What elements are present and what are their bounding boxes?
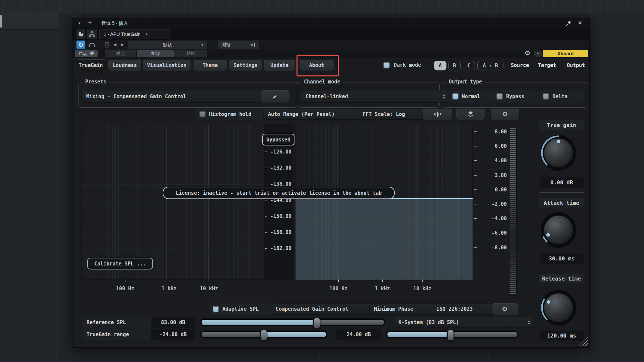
true-gain-knob[interactable] [539,134,578,172]
next-preset-icon[interactable]: ▶ [121,42,124,47]
histogram-hold-toggle[interactable]: Histogram hold [195,109,267,120]
tick-label: -6.00 [479,230,507,236]
spl-settings-button[interactable]: ⚙ [492,303,518,315]
gain-mode-value: Compensated Gain Control [276,306,348,312]
right-gain-panel[interactable] [296,124,473,280]
output-normal-toggle[interactable]: Normal [448,90,494,103]
wet-dry-pie-button[interactable] [76,29,85,39]
plugin-slot-selector[interactable]: 1 - APU TrueGain ▼ [99,29,171,39]
output-bypass-toggle[interactable]: Bypass [492,90,538,103]
compare-button[interactable]: 对照 [105,50,136,57]
pin-icon[interactable] [566,20,572,26]
output-button[interactable]: Output [563,61,589,70]
release-time-value[interactable]: 120.00 ms [540,330,584,341]
tab-label: Settings [233,62,258,68]
knob-value-text: 120.00 ms [547,333,576,339]
histogram-view-button[interactable] [423,109,452,120]
k-system-dropdown[interactable]: K-System (83 dB SPL) [394,317,533,328]
iso-curve-dropdown[interactable]: ISO 226:2023 [432,303,500,315]
dark-mode-checkbox[interactable] [383,62,390,68]
fx-chain-window: ▼ + 音轨 5 · 插入 × 1 - APU TrueGain [72,18,590,348]
plugin-slot-label: 1 - APU TrueGain [104,32,141,37]
tab-visualization[interactable]: Visualization [143,60,191,71]
edit-preset-button[interactable] [261,90,289,103]
plugin-toolbar-row: ◀ ▶ 默认 ▼ 测链 [72,40,589,50]
slider-handle[interactable] [447,329,454,341]
truegain-range-max-value[interactable]: 24.00 dB [336,329,381,340]
ab-label: B [453,63,456,69]
layers-button[interactable] [456,109,485,120]
truegain-range-min-value[interactable]: -24.00 dB [151,329,195,340]
tab-truegain[interactable]: TrueGain [75,60,106,71]
wet-knob-button[interactable] [87,41,97,49]
tab-theme[interactable]: Theme [194,60,227,71]
license-status-message: License: inactive - start trial or activ… [163,187,395,199]
y-axis-tick: -132.00 [265,164,291,172]
tab-about[interactable]: About [300,60,334,71]
ab-slot-b-button[interactable]: B [448,61,461,70]
tick-label: -132.00 [269,165,291,171]
prev-preset-icon[interactable]: ◀ [113,42,116,47]
tab-settings[interactable]: Settings [229,60,262,71]
auto-range-dropdown[interactable]: Auto Range (Per Panel) [263,109,368,120]
preset-dropdown[interactable]: 默认 ▼ [128,41,207,49]
slider-handle[interactable] [260,329,267,341]
attack-time-knob[interactable] [539,211,578,249]
gain-mode-dropdown[interactable]: Compensated Gain Control [271,303,377,315]
ab-copy-button[interactable]: A › B [477,61,503,70]
left-spectrum-panel[interactable] [82,124,265,280]
channel-mode-dropdown[interactable]: Channel-linked [301,90,448,103]
tick-label: 6.00 [479,143,507,149]
release-time-knob[interactable] [539,289,578,327]
truegain-range-max-slider[interactable] [386,330,519,339]
zoom-scrollbar[interactable] [510,128,517,296]
gear-icon: ⚙ [502,306,507,312]
source-button[interactable]: Source [509,61,531,70]
true-gain-value[interactable]: 0.00 dB [540,177,584,188]
tick-icon [265,168,267,168]
tick-label: 4.00 [479,158,507,164]
x-tick-icon [169,280,169,282]
x-tick-icon [338,280,339,282]
output-delta-toggle[interactable]: Delta [539,90,584,103]
viz-settings-button[interactable]: ⚙ [491,109,519,120]
freq-label: 100 Hz [112,286,139,292]
gear-icon[interactable]: ⚙ [525,50,530,56]
calibrate-spl-button[interactable]: Calibrate SPL ... [87,258,153,269]
ab-slot-c-button[interactable]: C [463,61,475,70]
plugin-enable-button[interactable] [76,41,85,49]
ab-slot-a-button[interactable]: A [434,61,446,70]
dark-mode-label: Dark mode [394,62,421,68]
tick-label: -2.00 [479,201,507,207]
sidechain-button[interactable]: 测链 [218,41,259,49]
close-icon[interactable]: × [578,19,582,26]
truegain-range-min-slider[interactable] [200,330,327,339]
slider-handle[interactable] [313,317,320,329]
fft-scale-dropdown[interactable]: FFT Scale: Log [358,109,431,120]
adaptive-spl-toggle[interactable]: Adaptive SPL [209,303,275,315]
tab-loudness[interactable]: Loudness [108,60,141,71]
tab-update[interactable]: Update [264,60,295,71]
xboard-label: Xboard [557,51,574,56]
track-edge-handle[interactable] [0,15,2,27]
copy-button[interactable]: 复制 [137,50,174,57]
release-time-label-box: Release time [539,274,584,283]
target-button[interactable]: Target [536,61,558,70]
ui-options-dropdown[interactable]: ▼ [534,51,542,57]
presets-dropdown[interactable]: Mixing - Compensated Gain Control [82,90,271,103]
attack-time-value[interactable]: 30.00 ms [540,253,584,264]
preset-file-button[interactable] [103,41,111,49]
tick-icon [265,232,267,233]
routing-button[interactable] [87,29,97,39]
reference-spl-slider[interactable] [200,318,385,326]
add-fx-icon[interactable]: + [88,19,92,26]
chevron-down-icon[interactable]: ▼ [78,21,81,25]
automation-mode-button[interactable]: 自动: 关 [75,50,98,57]
slider-track [202,332,263,337]
reference-spl-value[interactable]: 83.00 dB [151,317,195,328]
paste-button[interactable]: 粘贴 [174,50,207,57]
bypassed-label: bypassed [266,137,290,143]
value-text: 24.00 dB [346,331,371,338]
tick-icon [265,184,267,184]
xboard-button[interactable]: Xboard [543,50,588,57]
